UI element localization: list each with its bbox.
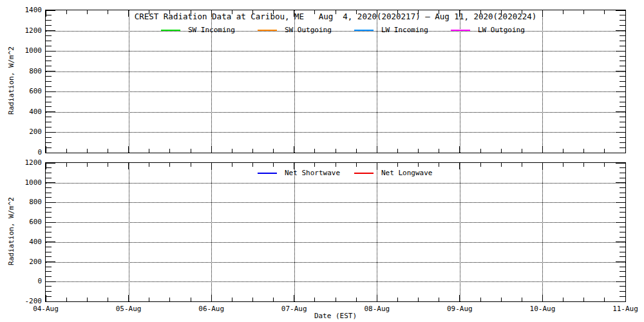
x-tick bbox=[418, 149, 419, 153]
x-tick bbox=[356, 10, 357, 14]
y-tick bbox=[46, 252, 52, 252]
y-tick bbox=[46, 271, 52, 272]
y-tick bbox=[620, 122, 625, 122]
x-tick bbox=[418, 10, 419, 14]
y-tick bbox=[46, 163, 55, 164]
x-tick bbox=[583, 10, 584, 14]
y-tick bbox=[620, 137, 625, 138]
x-tick bbox=[108, 149, 108, 153]
y-tick bbox=[46, 35, 52, 36]
y-tick bbox=[620, 61, 625, 61]
gridline-vertical bbox=[542, 163, 543, 301]
x-tick bbox=[211, 10, 212, 17]
y-tick bbox=[620, 291, 625, 292]
y-tick bbox=[620, 276, 625, 277]
legend-line bbox=[258, 173, 277, 174]
y-tick bbox=[46, 111, 55, 112]
y-tick bbox=[46, 222, 55, 223]
gridline-vertical bbox=[129, 163, 129, 301]
x-tick bbox=[169, 10, 170, 14]
y-tick bbox=[46, 122, 52, 122]
gridline-horizontal bbox=[46, 183, 625, 184]
y-tick bbox=[620, 56, 625, 57]
x-tick bbox=[625, 295, 626, 301]
x-tick bbox=[46, 295, 46, 301]
y-tick bbox=[616, 242, 625, 242]
x-tick bbox=[583, 298, 584, 301]
y-tick bbox=[616, 51, 625, 52]
legend-label: Net Shortwave bbox=[285, 169, 340, 177]
x-tick bbox=[397, 163, 398, 167]
x-tick bbox=[211, 163, 212, 169]
y-tick bbox=[620, 207, 625, 208]
y-tick bbox=[616, 91, 625, 92]
gridline-horizontal bbox=[46, 262, 625, 263]
x-tick bbox=[336, 10, 336, 14]
x-tick bbox=[191, 298, 191, 301]
legend-line bbox=[258, 30, 277, 31]
y-tick bbox=[46, 117, 52, 117]
x-tick bbox=[149, 163, 149, 167]
y-tick bbox=[616, 111, 625, 112]
y-tick-label: 1400 bbox=[5, 6, 42, 14]
x-tick bbox=[625, 10, 626, 17]
x-tick bbox=[397, 298, 398, 301]
x-tick bbox=[377, 163, 377, 169]
y-tick bbox=[46, 182, 55, 183]
x-tick bbox=[294, 146, 294, 153]
y-tick bbox=[616, 71, 625, 71]
x-tick bbox=[356, 163, 357, 167]
x-tick bbox=[459, 146, 460, 153]
x-tick bbox=[625, 146, 626, 153]
x-tick bbox=[356, 298, 357, 301]
y-tick bbox=[46, 232, 52, 232]
x-tick bbox=[191, 10, 191, 14]
y-tick bbox=[46, 296, 52, 297]
x-tick bbox=[252, 163, 253, 167]
x-tick bbox=[563, 163, 564, 167]
x-tick bbox=[377, 295, 377, 301]
gridline-vertical bbox=[211, 163, 212, 301]
y-tick bbox=[620, 142, 625, 143]
y-tick bbox=[46, 142, 52, 143]
y-tick bbox=[46, 41, 52, 41]
y-tick bbox=[46, 291, 52, 292]
y-tick bbox=[620, 187, 625, 188]
legend-line bbox=[354, 173, 374, 174]
x-tick bbox=[66, 10, 67, 14]
x-tick bbox=[87, 10, 88, 14]
y-tick bbox=[46, 227, 52, 227]
x-tick bbox=[252, 298, 253, 301]
x-tick bbox=[439, 149, 439, 153]
x-tick bbox=[336, 149, 336, 153]
x-tick bbox=[356, 149, 357, 153]
top-y-axis-title: Radiation, W/m^2 bbox=[7, 46, 15, 115]
y-tick bbox=[46, 212, 52, 213]
y-tick bbox=[620, 20, 625, 21]
y-tick bbox=[46, 86, 52, 87]
gridline-vertical bbox=[542, 10, 543, 153]
x-tick bbox=[459, 163, 460, 169]
y-tick bbox=[620, 35, 625, 36]
gridline-horizontal bbox=[46, 112, 625, 113]
x-tick bbox=[583, 163, 584, 167]
radiation-figure: CREST Radiation Data at Caribou, ME Aug … bbox=[0, 0, 644, 322]
y-tick bbox=[620, 232, 625, 232]
x-tick bbox=[459, 10, 460, 17]
x-tick bbox=[128, 10, 129, 17]
y-tick-label: 1200 bbox=[5, 27, 42, 35]
y-tick bbox=[620, 117, 625, 117]
gridline-vertical bbox=[129, 10, 129, 153]
y-tick bbox=[46, 20, 52, 21]
x-tick bbox=[294, 10, 294, 17]
gridline-horizontal bbox=[46, 202, 625, 203]
y-tick bbox=[620, 193, 625, 193]
x-tick bbox=[336, 163, 336, 167]
gridline-vertical bbox=[460, 10, 460, 153]
legend-label: SW Incoming bbox=[188, 26, 235, 34]
y-tick bbox=[620, 252, 625, 252]
x-tick bbox=[232, 10, 232, 14]
x-tick bbox=[87, 149, 88, 153]
x-tick bbox=[149, 298, 149, 301]
y-tick-label: 1200 bbox=[5, 159, 42, 167]
